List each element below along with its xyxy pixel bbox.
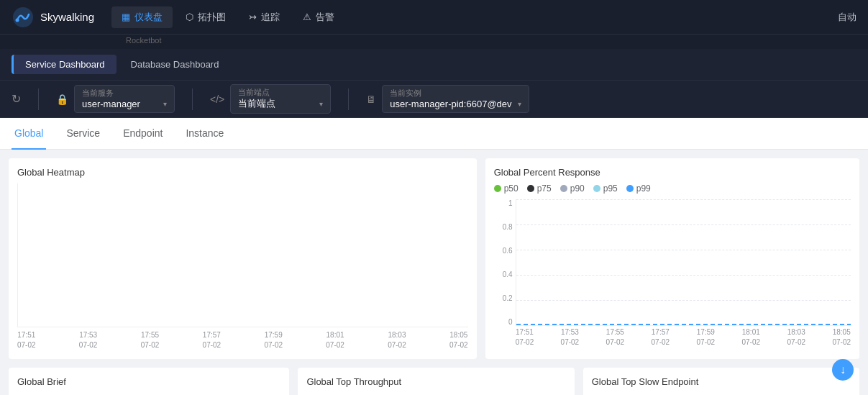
instance-inner: user-manager-pid:6607@dev ▾ (390, 99, 521, 109)
legend-p75: p75 (527, 183, 552, 194)
tab-endpoint[interactable]: Endpoint (120, 118, 165, 150)
tab-instance[interactable]: Instance (183, 118, 227, 150)
tab-service-dashboard[interactable]: Service Dashboard (12, 55, 117, 74)
global-brief-title: Global Brief (17, 376, 280, 387)
heatmap-time-1: 17:5307-02 (79, 330, 98, 350)
zero-line (516, 324, 851, 325)
service-dashboard-label: Service Dashboard (25, 59, 105, 70)
chart-row-top: Global Heatmap 17:5107-02 17:5307-02 17:… (9, 158, 859, 359)
nav-trace[interactable]: ↣ 追踪 (239, 6, 290, 28)
percent-response-panel: Global Percent Response p50 p75 p90 p95 (485, 158, 859, 359)
topology-icon: ⬡ (186, 12, 193, 22)
global-top-slow-endpoint-panel: Global Top Slow Endpoint (583, 368, 859, 395)
heatmap-time-6: 18:0307-02 (388, 330, 406, 350)
nav-topology[interactable]: ⬡ 拓扑图 (175, 6, 236, 28)
instance-selector[interactable]: 当前实例 user-manager-pid:6607@dev ▾ (382, 85, 529, 112)
heatmap-time-4: 17:5907-02 (264, 330, 283, 350)
percent-time-6: 18:0307-02 (787, 327, 805, 348)
y-label-02: 0.2 (503, 294, 513, 302)
legend-dot-p99 (626, 185, 634, 192)
nav-topology-label: 拓扑图 (198, 11, 226, 24)
percent-response-title: Global Percent Response (494, 167, 851, 178)
tab-endpoint-label: Endpoint (123, 127, 163, 139)
sub-tabs: Global Service Endpoint Instance (0, 118, 868, 150)
endpoint-chevron-icon: ▾ (319, 100, 323, 108)
instance-chevron-icon: ▾ (518, 100, 521, 108)
tab-service[interactable]: Service (63, 118, 103, 150)
nav-items: ▦ 仪表盘 ⬡ 拓扑图 ↣ 追踪 ⚠ 告警 (111, 6, 838, 28)
slow-endpoint-title: Global Top Slow Endpoint (592, 376, 851, 387)
legend-label-p50: p50 (504, 183, 518, 194)
percent-time-5: 18:0107-02 (741, 327, 760, 348)
nav-dashboard[interactable]: ▦ 仪表盘 (111, 6, 173, 28)
global-brief-panel: Global Brief 🔒 服务 1 (9, 368, 289, 395)
throughput-title: Global Top Throughput (306, 376, 565, 387)
endpoint-code-icon: </> (210, 94, 224, 105)
dashboard-icon: ▦ (122, 12, 130, 22)
instance-value: user-manager-pid:6607@dev (390, 99, 511, 109)
instance-selector-group: 🖥 当前实例 user-manager-pid:6607@dev ▾ (366, 85, 529, 112)
percent-time-1: 17:5307-02 (561, 327, 580, 348)
nav-alert-label: 告警 (316, 11, 334, 24)
heatmap-title: Global Heatmap (17, 167, 468, 178)
tab-global[interactable]: Global (12, 118, 46, 150)
divider-3 (348, 88, 349, 110)
service-selector[interactable]: 当前服务 user-manager ▾ (74, 85, 175, 112)
y-label-04: 0.4 (503, 271, 513, 278)
global-top-throughput-panel: Global Top Throughput (298, 368, 574, 395)
heatmap-time-axis: 17:5107-02 17:5307-02 17:5507-02 17:5707… (17, 330, 468, 350)
y-label-08: 0.8 (503, 223, 513, 231)
endpoint-label: 当前端点 (238, 88, 323, 97)
tab-database-dashboard[interactable]: Database Dashboard (119, 55, 231, 74)
percent-chart-area: 1 0.8 0.6 0.4 0.2 0 (494, 199, 851, 343)
percent-time-axis: 17:5107-02 17:5307-02 17:5507-02 17:5707… (516, 326, 851, 343)
endpoint-value: 当前端点 (238, 97, 275, 110)
nav-dashboard-label: 仪表盘 (134, 11, 163, 24)
service-label: 当前服务 (82, 88, 167, 98)
y-label-06: 0.6 (503, 247, 513, 255)
divider-2 (192, 88, 193, 110)
endpoint-inner: 当前端点 ▾ (238, 97, 323, 110)
svg-point-1 (16, 18, 19, 22)
heatmap-time-5: 18:0107-02 (326, 330, 344, 350)
endpoint-selector-group: </> 当前端点 当前端点 ▾ (210, 84, 331, 114)
endpoint-selector[interactable]: 当前端点 当前端点 ▾ (230, 84, 331, 114)
logo-text: Skywalking (40, 11, 94, 23)
nav-trace-label: 追踪 (261, 11, 280, 24)
heatmap-time-7: 18:0507-02 (449, 330, 468, 350)
y-axis: 1 0.8 0.6 0.4 0.2 0 (494, 199, 516, 326)
refresh-button[interactable]: ↻ (12, 92, 21, 106)
heatmap-panel: Global Heatmap 17:5107-02 17:5307-02 17:… (9, 158, 477, 359)
nav-alert[interactable]: ⚠ 告警 (293, 6, 344, 28)
tab-global-label: Global (14, 127, 43, 139)
legend-p99: p99 (626, 183, 651, 194)
legend-label-p90: p90 (570, 183, 585, 194)
bottom-row: Global Brief 🔒 服务 1 Global Top Throughpu… (9, 368, 859, 395)
percent-time-2: 17:5507-02 (606, 327, 625, 348)
tab-service-label: Service (66, 127, 100, 139)
database-dashboard-label: Database Dashboard (131, 59, 219, 70)
legend-label-p99: p99 (636, 183, 651, 194)
percent-time-0: 17:5107-02 (516, 327, 534, 348)
legend-dot-p50 (494, 185, 501, 192)
heatmap-time-2: 17:5507-02 (141, 330, 160, 350)
scroll-down-button[interactable]: ↓ (832, 359, 854, 381)
percent-time-3: 17:5707-02 (652, 327, 670, 348)
rocketbot-label: Rocketbot (0, 35, 868, 49)
legend-label-p75: p75 (537, 183, 552, 194)
legend-label-p95: p95 (603, 183, 618, 194)
logo-area: Skywalking (12, 6, 94, 29)
legend-p90: p90 (560, 183, 585, 194)
alert-icon: ⚠ (303, 12, 311, 22)
service-value: user-manager (82, 99, 140, 109)
instance-label: 当前实例 (390, 88, 521, 98)
heatmap-time-3: 17:5707-02 (203, 330, 221, 350)
y-label-0: 0 (508, 318, 513, 326)
selector-row: ↻ 🔒 当前服务 user-manager ▾ </> 当前端点 当前端点 ▾ … (0, 81, 868, 118)
legend-dot-p95 (593, 185, 600, 192)
skywalking-logo (12, 6, 35, 29)
percent-chart-inner (516, 199, 851, 326)
percent-time-4: 17:5907-02 (697, 327, 716, 348)
legend-p95: p95 (593, 183, 618, 194)
legend-p50: p50 (494, 183, 518, 194)
